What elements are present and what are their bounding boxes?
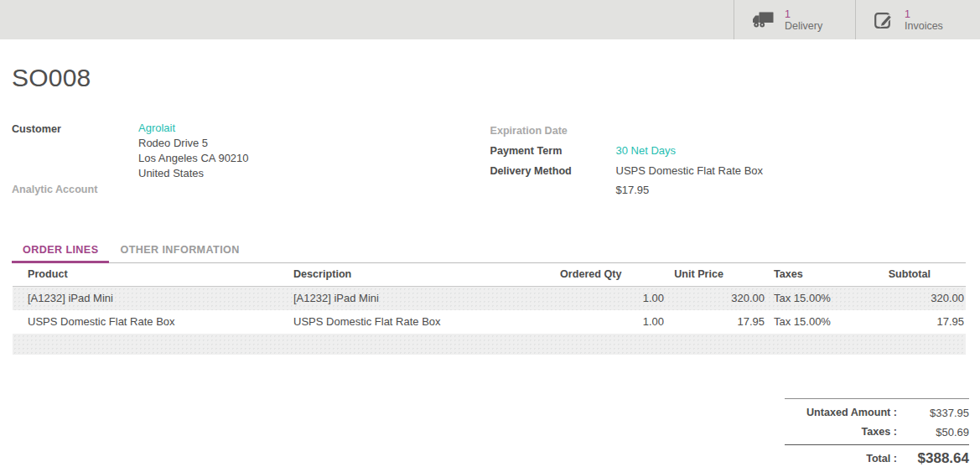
cell-ordered-qty[interactable]: 1.00 — [560, 310, 664, 334]
payment-term-field-label: Payment Term — [490, 141, 616, 161]
payment-term-field: Payment Term 30 Net Days — [490, 141, 969, 161]
cell-product[interactable]: [A1232] iPad Mini — [13, 287, 293, 310]
total-value: $388.64 — [897, 448, 969, 467]
cell-ordered-qty[interactable]: 1.00 — [560, 287, 664, 310]
column-header-unit-price[interactable]: Unit Price — [664, 263, 765, 287]
edit-icon — [874, 10, 894, 30]
analytic-account-field-label: Analytic Account — [12, 181, 138, 197]
page-title: SO008 — [12, 64, 980, 92]
taxes-row: Taxes : $50.69 — [785, 423, 969, 442]
delivery-count: 1 — [785, 8, 822, 20]
delivery-method-field-label: Delivery Method — [490, 161, 616, 200]
untaxed-amount-row: Untaxed Amount : $337.95 — [785, 403, 969, 423]
total-row: Total : $388.64 — [785, 448, 969, 467]
untaxed-amount-label: Untaxed Amount : — [785, 403, 897, 423]
customer-address-line: Rodeo Drive 5 — [138, 136, 249, 151]
customer-address-line: Los Angeles CA 90210 — [138, 151, 249, 166]
taxes-label: Taxes : — [785, 423, 897, 442]
cell-subtotal[interactable]: 320.00 — [872, 287, 966, 310]
cell-description[interactable]: [A1232] iPad Mini — [293, 287, 560, 310]
cell-product[interactable]: USPS Domestic Flat Rate Box — [13, 310, 293, 334]
delivery-method-field: Delivery Method USPS Domestic Flat Rate … — [490, 161, 969, 200]
customer-field-value: Agrolait Rodeo Drive 5 Los Angeles CA 90… — [138, 121, 249, 181]
field-group-left: Customer Agrolait Rodeo Drive 5 Los Ange… — [12, 121, 490, 200]
order-lines-table: Product Description Ordered Qty Unit Pri… — [13, 263, 966, 355]
expiration-date-field: Expiration Date — [490, 121, 969, 141]
cell-unit-price[interactable]: 320.00 — [664, 287, 765, 310]
delivery-stat-button[interactable]: 1 Delivery — [734, 0, 855, 39]
cell-subtotal[interactable]: 17.95 — [872, 310, 966, 334]
invoices-label: Invoices — [905, 20, 943, 32]
customer-field-label: Customer — [12, 121, 138, 181]
delivery-method-value: USPS Domestic Flat Rate Box — [616, 161, 764, 180]
sale-order-sheet: SO008 Customer Agrolait Rodeo Drive 5 Lo… — [0, 64, 980, 467]
column-header-description[interactable]: Description — [293, 263, 560, 287]
cell-taxes[interactable]: Tax 15.00% — [765, 310, 872, 334]
invoices-count: 1 — [905, 8, 943, 20]
cell-description[interactable]: USPS Domestic Flat Rate Box — [293, 310, 560, 334]
customer-address-line: United States — [138, 166, 249, 181]
cell-taxes[interactable]: Tax 15.00% — [765, 287, 872, 310]
customer-link[interactable]: Agrolait — [138, 122, 175, 134]
delivery-label: Delivery — [785, 20, 822, 32]
column-header-taxes[interactable]: Taxes — [765, 263, 872, 287]
column-header-product[interactable]: Product — [13, 263, 293, 287]
total-label: Total : — [785, 448, 897, 467]
analytic-account-field: Analytic Account — [12, 181, 490, 197]
column-header-ordered-qty[interactable]: Ordered Qty — [560, 263, 664, 287]
invoices-stat-button[interactable]: 1 Invoices — [855, 0, 980, 39]
delivery-method-price: $17.95 — [616, 180, 764, 200]
order-line-row[interactable]: USPS Domestic Flat Rate Box USPS Domesti… — [13, 310, 966, 334]
taxes-value: $50.69 — [897, 423, 969, 442]
payment-term-link[interactable]: 30 Net Days — [616, 144, 677, 157]
notebook-tabs: ORDER LINES OTHER INFORMATION — [12, 236, 966, 263]
order-lines-header-row: Product Description Ordered Qty Unit Pri… — [13, 263, 966, 287]
totals-panel: Untaxed Amount : $337.95 Taxes : $50.69 … — [785, 398, 969, 467]
field-group-right: Expiration Date Payment Term 30 Net Days… — [490, 121, 969, 200]
tab-other-information[interactable]: OTHER INFORMATION — [109, 236, 250, 262]
status-bar: 1 Delivery 1 Invoices — [0, 0, 980, 39]
expiration-date-field-label: Expiration Date — [490, 121, 616, 141]
untaxed-amount-value: $337.95 — [897, 403, 969, 423]
tab-order-lines[interactable]: ORDER LINES — [12, 236, 109, 262]
field-groups: Customer Agrolait Rodeo Drive 5 Los Ange… — [0, 121, 980, 200]
cell-unit-price[interactable]: 17.95 — [664, 310, 765, 334]
column-header-subtotal[interactable]: Subtotal — [872, 263, 966, 287]
order-line-empty-row[interactable] — [13, 334, 966, 355]
truck-icon — [752, 11, 775, 29]
customer-field: Customer Agrolait Rodeo Drive 5 Los Ange… — [12, 121, 490, 181]
order-line-row[interactable]: [A1232] iPad Mini [A1232] iPad Mini 1.00… — [13, 287, 966, 310]
